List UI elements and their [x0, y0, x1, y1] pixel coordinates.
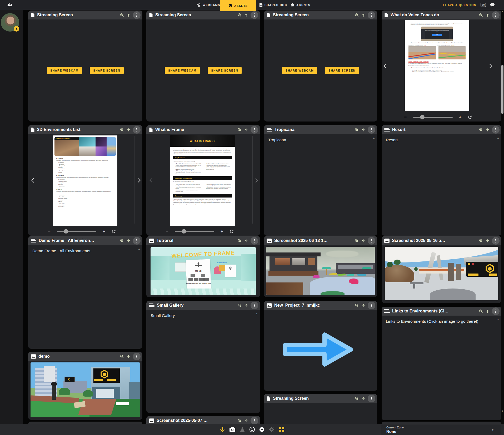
zoom-slider-thumb[interactable] [64, 229, 68, 234]
emoji-button-icon[interactable] [249, 427, 255, 432]
upload-icon[interactable] [244, 418, 248, 423]
share-webcam-button[interactable]: SHARE WEBCAM [165, 67, 200, 74]
zoom-icon[interactable] [237, 128, 242, 132]
upload-icon[interactable] [485, 13, 490, 17]
kebab-menu-icon[interactable] [251, 126, 258, 134]
kebab-menu-icon[interactable] [492, 307, 500, 315]
zoom-slider[interactable] [175, 231, 214, 232]
record-button-icon[interactable] [259, 427, 265, 432]
what-is-frame-doc-page[interactable]: WHAT IS FRAME? Frame is a web-based plat… [170, 135, 235, 226]
city-scene-image[interactable] [31, 362, 140, 417]
share-webcam-button[interactable]: SHARE WEBCAM [47, 67, 82, 74]
card-scrollbar[interactable] [134, 136, 135, 224]
upload-icon[interactable] [361, 128, 366, 132]
pool-scene-image[interactable] [266, 247, 375, 295]
kebab-menu-icon[interactable] [368, 302, 375, 309]
kebab-menu-icon[interactable] [251, 302, 258, 309]
carousel-prev-icon[interactable] [384, 64, 388, 68]
scrollbar-thumb[interactable] [501, 65, 503, 114]
zoom-slider[interactable] [57, 231, 96, 232]
upload-icon[interactable] [361, 13, 366, 17]
canopy-scene-image[interactable] [385, 247, 498, 300]
share-webcam-button[interactable]: SHARE WEBCAM [282, 67, 317, 74]
blue-arrow-image[interactable] [280, 325, 356, 375]
zoom-icon[interactable] [355, 239, 359, 243]
scrollbar-up-icon[interactable]: ▲ [501, 10, 504, 13]
upload-icon[interactable] [361, 303, 366, 308]
microphone-button-icon[interactable] [219, 426, 225, 433]
upload-icon[interactable] [126, 13, 131, 17]
zoom-out-button[interactable]: − [166, 229, 168, 234]
upload-icon[interactable] [244, 13, 248, 17]
env-list-doc-page[interactable]: 3D Environments 1. Campus Crafted for gr… [53, 135, 117, 226]
refresh-icon[interactable] [229, 229, 234, 234]
scrollbar-down-icon[interactable]: ▼ [501, 410, 504, 412]
assets-grid-icon[interactable] [278, 426, 285, 433]
kebab-menu-icon[interactable] [492, 11, 500, 19]
current-zone-dropdown[interactable]: Current Zone None ▼ [381, 425, 501, 435]
kebab-menu-icon[interactable] [368, 237, 375, 245]
scroll-up-icon[interactable]: ▲ [138, 247, 140, 250]
upload-icon[interactable] [244, 303, 248, 308]
kebab-menu-icon[interactable] [368, 126, 375, 134]
zoom-in-button[interactable]: + [103, 229, 105, 234]
zoom-icon[interactable] [479, 309, 483, 313]
tab-shared-doc[interactable]: SHARED DOC [259, 0, 287, 10]
share-screen-button[interactable]: SHARE SCREEN [90, 67, 124, 74]
scroll-up-icon[interactable]: ▲ [497, 136, 499, 139]
upload-icon[interactable] [485, 239, 490, 243]
voice-zones-doc-page[interactable]: When attempting to access the zone direc… [405, 20, 469, 111]
zoom-icon[interactable] [237, 239, 242, 243]
zoom-out-button[interactable]: − [404, 115, 407, 119]
scroll-up-icon[interactable]: ▲ [256, 312, 258, 315]
carousel-next-icon[interactable] [254, 178, 258, 183]
tab-agents[interactable]: AGENTS [290, 0, 310, 10]
upload-icon[interactable] [485, 128, 490, 132]
zoom-out-button[interactable]: − [48, 229, 51, 234]
closed-captions-button[interactable]: CC [481, 0, 486, 10]
zoom-icon[interactable] [120, 13, 124, 17]
zoom-icon[interactable] [120, 239, 124, 243]
tab-webcams[interactable]: WEBCAMS [197, 0, 220, 10]
upload-icon[interactable] [244, 128, 248, 132]
zoom-icon[interactable] [479, 128, 483, 132]
zoom-icon[interactable] [120, 354, 124, 359]
share-screen-button[interactable]: SHARE SCREEN [325, 67, 359, 74]
upload-icon[interactable] [485, 309, 490, 313]
kebab-menu-icon[interactable] [492, 126, 500, 134]
upload-icon[interactable] [126, 354, 131, 359]
upload-icon[interactable] [361, 396, 366, 401]
zoom-slider-thumb[interactable] [420, 115, 425, 119]
gear-button-icon[interactable] [269, 427, 275, 432]
refresh-icon[interactable] [112, 229, 116, 234]
zoom-icon[interactable] [120, 128, 124, 132]
scroll-up-icon[interactable]: ▲ [373, 136, 375, 139]
zoom-icon[interactable] [479, 239, 483, 243]
kebab-menu-icon[interactable] [133, 11, 141, 19]
scroll-up-icon[interactable]: ▲ [497, 318, 499, 321]
upload-icon[interactable] [361, 239, 366, 243]
zoom-icon[interactable] [355, 303, 359, 308]
kebab-menu-icon[interactable] [251, 11, 258, 19]
kebab-menu-icon[interactable] [133, 353, 141, 360]
kebab-menu-icon[interactable] [133, 237, 141, 245]
upload-icon[interactable] [126, 128, 131, 132]
zoom-icon[interactable] [355, 128, 359, 132]
upload-icon[interactable] [244, 239, 248, 243]
tab-assets-active[interactable]: ASSETS [220, 0, 256, 11]
share-screen-button[interactable]: SHARE SCREEN [208, 67, 242, 74]
zoom-icon[interactable] [479, 13, 483, 17]
person-teleport-icon[interactable] [239, 427, 245, 432]
carousel-prev-icon[interactable] [32, 178, 36, 183]
camera-button-icon[interactable] [229, 427, 236, 432]
zoom-slider-thumb[interactable] [182, 229, 186, 234]
kebab-menu-icon[interactable] [368, 395, 375, 402]
zoom-in-button[interactable]: + [459, 115, 462, 119]
zoom-icon[interactable] [355, 396, 359, 401]
zoom-icon[interactable] [237, 418, 242, 423]
upload-icon[interactable] [126, 239, 131, 243]
carousel-next-icon[interactable] [136, 178, 141, 183]
zoom-in-button[interactable]: + [221, 229, 223, 234]
people-button[interactable] [7, 0, 13, 10]
kebab-menu-icon[interactable] [251, 417, 258, 424]
